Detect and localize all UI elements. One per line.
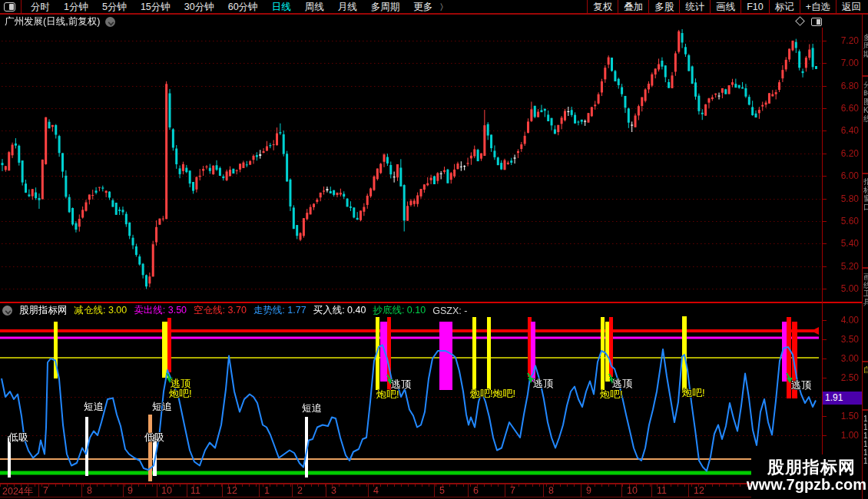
indicator-source: 股朋指标网 — [19, 304, 68, 317]
axis-tick — [823, 86, 827, 87]
axis-tick — [823, 41, 827, 41]
period-tab-多周期[interactable]: 多周期 — [364, 1, 407, 14]
signal-label-低吸: 低吸 — [144, 431, 164, 444]
period-tab-周线[interactable]: 周线 — [298, 1, 331, 14]
signal-label-炮吧!: 炮吧! — [169, 387, 192, 401]
axis-label-3.50: 3.50 — [823, 334, 859, 345]
axis-label-6.40: 6.40 — [823, 125, 859, 136]
split-window-icon[interactable] — [4, 2, 15, 12]
right-sidebar-clipped[interactable]: 多周期分时图K线指标窗口画线工具自111111 — [862, 15, 868, 499]
month-label-2: 2 — [297, 485, 303, 496]
axis-tick — [823, 63, 827, 64]
toolbar-button-画线[interactable]: 画线 — [710, 0, 740, 15]
trading-app-window: 分时1分钟5分钟15分钟30分钟60分钟日线周线月线多周期更多〉 复权叠加多股统… — [0, 0, 868, 499]
stock-title: 广州发展(日线,前复权) — [5, 15, 100, 28]
toolbar-button-返回[interactable]: 返回 — [836, 0, 866, 15]
month-label-6: 6 — [473, 485, 479, 496]
month-separator — [259, 484, 260, 497]
split-pane-icon[interactable] — [811, 18, 822, 26]
axis-tick — [823, 359, 827, 359]
axis-label-1.50: 1.50 — [823, 411, 859, 421]
bottom-line — [0, 497, 862, 497]
month-separator — [38, 484, 39, 497]
period-tab-1分钟[interactable]: 1分钟 — [57, 1, 95, 14]
axis-tick — [823, 176, 827, 177]
time-axis[interactable]: 2024年789101112123456789101112 — [0, 484, 862, 497]
period-tab-15分钟[interactable]: 15分钟 — [134, 1, 177, 14]
axis-tick — [823, 339, 827, 340]
toolbar-button-F10[interactable]: F10 — [740, 0, 769, 15]
more-arrow-icon[interactable]: 〉 — [439, 2, 448, 13]
current-value-badge: 1.91 — [823, 392, 862, 405]
chart-title-row: 广州发展(日线,前复权) — [5, 16, 115, 28]
indicator-field-4: 买入线: 0.40 — [313, 304, 366, 317]
month-label-8: 8 — [548, 485, 554, 496]
xaxis-top-line — [0, 483, 862, 484]
chevron-down-circle-icon[interactable] — [105, 17, 115, 27]
signal-label-短追: 短追 — [84, 400, 104, 414]
signal-label-逃顶: 逃顶 — [533, 377, 553, 391]
month-label-8: 8 — [87, 485, 92, 496]
watermark: 股朋指标网 www.7gpzb.com — [751, 454, 862, 499]
action-buttons: 复权叠加多股统计画线F10标记+自选返回 — [587, 0, 866, 15]
month-separator — [368, 484, 369, 497]
sidebar-run-1: 分时图K线 — [863, 81, 868, 123]
signal-label-短追: 短追 — [152, 400, 172, 414]
period-tab-更多[interactable]: 更多 — [406, 1, 439, 14]
toolbar-button-多股[interactable]: 多股 — [648, 0, 679, 15]
indicator-field-6: GSZX: - — [432, 306, 467, 316]
price-axis-line — [822, 28, 823, 483]
toolbar-button-标记[interactable]: 标记 — [769, 0, 800, 15]
month-label-11: 11 — [657, 485, 667, 496]
month-label-7: 7 — [43, 485, 48, 496]
indicator-header: 股朋指标网 减仓线: 3.00卖出线: 3.50空仓线: 3.70走势线: 1.… — [2, 305, 467, 316]
sidebar-divider — [863, 361, 868, 362]
period-tab-日线[interactable]: 日线 — [265, 1, 298, 14]
toolbar-button-+自选[interactable]: +自选 — [800, 0, 836, 15]
toolbar-divider — [21, 0, 22, 15]
signal-label-逃顶: 逃顶 — [791, 378, 811, 392]
sidebar-run-3: 画线工具 — [863, 273, 868, 306]
month-label-10: 10 — [627, 485, 638, 496]
indicator-field-5: 抄底线: 0.10 — [373, 304, 426, 317]
axis-tick — [823, 108, 827, 109]
signal-label-炮吧!: 炮吧! — [376, 388, 399, 402]
axis-tick — [823, 289, 827, 289]
axis-tick — [823, 416, 827, 417]
panel-separator-line — [0, 302, 862, 303]
signal-label-炮吧!炮吧!: 炮吧!炮吧! — [470, 387, 515, 401]
sidebar-divider — [863, 173, 868, 174]
sidebar-run-0: 多周期 — [863, 33, 868, 58]
toolbar-button-叠加[interactable]: 叠加 — [618, 0, 648, 15]
month-separator — [543, 484, 544, 497]
toolbar-button-复权[interactable]: 复权 — [587, 0, 618, 15]
month-label-4: 4 — [373, 485, 379, 496]
axis-label-5.20: 5.20 — [823, 261, 859, 272]
period-tab-分时[interactable]: 分时 — [24, 1, 57, 14]
period-tab-月线[interactable]: 月线 — [331, 1, 364, 14]
period-tab-30分钟[interactable]: 30分钟 — [177, 1, 221, 14]
month-separator — [468, 484, 469, 497]
axis-tick — [823, 435, 827, 436]
period-tab-5分钟[interactable]: 5分钟 — [95, 1, 134, 14]
axis-tick — [823, 266, 827, 267]
month-label-5: 5 — [439, 485, 445, 496]
sidebar-divider — [863, 267, 868, 269]
collapse-panel-icon[interactable] — [2, 306, 12, 316]
axis-label-5.40: 5.40 — [823, 238, 859, 249]
axis-label-6.60: 6.60 — [823, 103, 859, 114]
chart-canvas — [0, 0, 868, 499]
sidebar-run-5: 111111 — [863, 415, 868, 465]
sidebar-divider — [863, 409, 868, 411]
month-separator — [688, 484, 689, 497]
axis-label-5.60: 5.60 — [823, 216, 859, 226]
axis-tick — [823, 199, 827, 200]
period-tab-60分钟[interactable]: 60分钟 — [221, 1, 265, 14]
signal-label-炮吧!: 炮吧! — [600, 388, 623, 402]
toolbar-button-统计[interactable]: 统计 — [679, 0, 710, 15]
axis-label-5.80: 5.80 — [823, 193, 859, 204]
month-label-3: 3 — [331, 485, 336, 496]
axis-label-7.20: 7.20 — [823, 35, 859, 46]
indicator-field-2: 空仓线: 3.70 — [194, 304, 247, 317]
watermark-url: www.7gpzb.com — [747, 476, 866, 494]
